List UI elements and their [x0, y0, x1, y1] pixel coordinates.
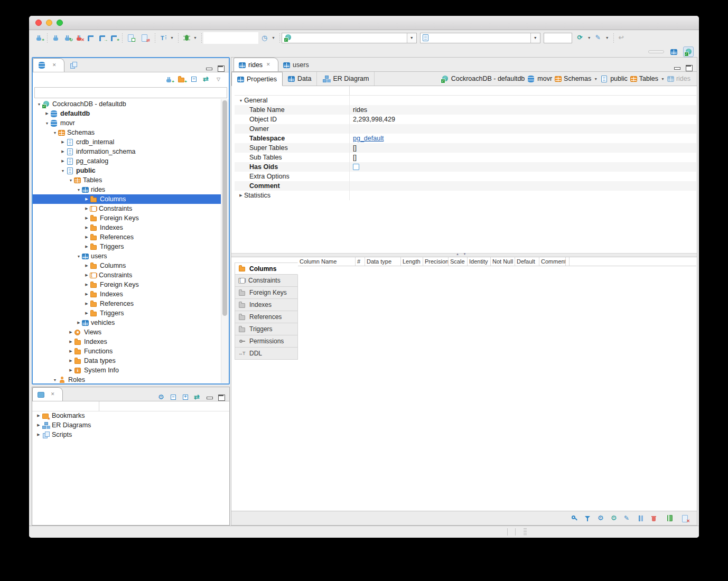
tree-expander-icon[interactable]: ▶ — [238, 193, 244, 198]
editor-tab-rides[interactable]: rides — [234, 58, 278, 71]
sql-editor-icon[interactable] — [87, 34, 95, 41]
tree-expander-icon[interactable]: ▶ — [83, 226, 90, 230]
detail-tab-triggers[interactable]: Triggers — [235, 323, 298, 335]
property-row-has-oids[interactable]: Has Oids — [235, 162, 696, 172]
save-button[interactable] — [666, 515, 676, 522]
detail-tab-permissions[interactable]: Permissions — [235, 335, 298, 348]
detail-tab-columns[interactable]: Columns — [235, 263, 298, 275]
sash-arrows-icon[interactable]: ▲ ▼ — [456, 252, 468, 256]
tree-item-indexes[interactable]: ▶Indexes — [33, 289, 221, 299]
tree-expander-icon[interactable]: ▶ — [76, 321, 82, 325]
debug-button[interactable]: ▼ — [183, 34, 197, 41]
scrollbar-thumb[interactable] — [222, 100, 227, 316]
tree-expander-icon[interactable]: ▼ — [238, 99, 244, 102]
tree-item-constraints[interactable]: ▶Constraints — [33, 270, 221, 280]
collapse-all-icon[interactable] — [170, 394, 178, 401]
tree-item-foreign-keys[interactable]: ▶Foreign Keys — [33, 213, 221, 223]
transaction-mode-button[interactable]: ▼ — [160, 34, 174, 41]
tree-expander-icon[interactable]: ▶ — [68, 330, 74, 334]
tree-expander-icon[interactable]: ▶ — [83, 311, 90, 315]
tab-database-navigator[interactable] — [33, 58, 64, 72]
tree-expander-icon[interactable]: ▶ — [83, 197, 90, 201]
close-icon[interactable] — [50, 391, 58, 398]
tree-expander-icon[interactable]: ▼ — [60, 169, 66, 173]
tree-expander-icon[interactable]: ▶ — [83, 273, 90, 277]
editor-tab-users[interactable]: users — [278, 58, 314, 71]
tree-item-schemas[interactable]: ▼Schemas — [33, 128, 221, 137]
col-header-comment[interactable]: Comment — [539, 257, 566, 266]
column-header-datasource[interactable] — [99, 401, 102, 411]
property-row-general[interactable]: ▼General — [235, 96, 696, 105]
maximize-view-icon[interactable] — [217, 65, 225, 72]
tree-item-system-info[interactable]: ▶System Info — [33, 366, 221, 375]
tree-item-triggers[interactable]: ▶Triggers — [33, 308, 221, 318]
property-row-tablespace[interactable]: Tablespacepg_default — [235, 134, 696, 143]
tree-item-public[interactable]: ▼public — [33, 166, 221, 175]
detail-tab-ddl[interactable]: DDL — [235, 348, 298, 360]
tab-data[interactable]: Data — [283, 72, 317, 86]
close-icon[interactable] — [51, 62, 59, 69]
tree-expander-icon[interactable]: ▼ — [68, 179, 74, 182]
close-window-button[interactable] — [35, 20, 42, 26]
tree-item-rides[interactable]: ▼rides — [33, 185, 221, 194]
tree-expander-icon[interactable]: ▶ — [83, 292, 90, 296]
maximize-view-icon[interactable] — [218, 395, 225, 401]
refresh-button[interactable]: ▼ — [577, 34, 591, 41]
commit-button[interactable] — [127, 34, 137, 41]
minimize-window-button[interactable] — [46, 20, 52, 26]
col-header-data-type[interactable]: Data type — [365, 257, 401, 266]
col-header-scale[interactable]: Scale — [449, 257, 468, 266]
table-filter-input[interactable] — [34, 87, 227, 98]
project-item-bookmarks[interactable]: ▶Bookmarks — [32, 411, 229, 420]
tree-expander-icon[interactable]: ▶ — [44, 111, 50, 116]
tree-expander-icon[interactable]: ▶ — [35, 414, 42, 418]
tree-expander-icon[interactable]: ▶ — [68, 340, 74, 344]
breadcrumb-item-tables[interactable]: Tables▼ — [630, 75, 665, 82]
tree-expander-icon[interactable]: ▶ — [35, 423, 42, 427]
col-header-column-name[interactable]: Column Name — [298, 257, 356, 266]
property-value-link[interactable]: pg_default — [353, 135, 384, 142]
tree-item-movr[interactable]: ▼movr — [33, 118, 221, 128]
col-header-default[interactable]: Default — [515, 257, 539, 266]
tree-item-users[interactable]: ▼users — [33, 251, 221, 261]
tree-item-tables[interactable]: ▼Tables — [33, 175, 221, 185]
schema-combo[interactable]: ▼ — [420, 33, 540, 43]
tree-item-triggers[interactable]: ▶Triggers — [33, 242, 221, 251]
property-row-sub-tables[interactable]: Sub Tables[] — [235, 153, 696, 162]
rollback-button[interactable] — [141, 34, 151, 41]
edit-row-icon[interactable] — [623, 515, 631, 522]
tab-project-general[interactable] — [32, 387, 63, 401]
property-row-statistics[interactable]: ▶Statistics — [235, 191, 696, 200]
dbeaver-perspective-button[interactable] — [683, 46, 694, 57]
tree-item-data-types[interactable]: ▶Data types — [33, 356, 221, 366]
configure-icon[interactable] — [610, 515, 618, 522]
property-row-object-id[interactable]: Object ID2,293,998,429 — [235, 115, 696, 124]
open-sql-console-icon[interactable]: → — [98, 34, 106, 41]
tree-expander-icon[interactable]: ▶ — [83, 245, 90, 249]
reconnect-icon[interactable]: ↻ — [63, 34, 71, 41]
filter-icon[interactable] — [584, 515, 592, 522]
tree-item-pg-catalog[interactable]: ▶pg_catalog — [33, 156, 221, 166]
breadcrumb-item-public[interactable]: public — [600, 75, 628, 82]
new-folder-icon[interactable]: + — [178, 76, 185, 83]
tree-expander-icon[interactable]: ▶ — [83, 302, 90, 306]
commit-mode-combo[interactable] — [203, 32, 258, 44]
expand-all-icon[interactable] — [182, 394, 190, 401]
fetch-size-input[interactable] — [544, 33, 572, 43]
properties-col-value[interactable] — [349, 86, 696, 95]
disconnect-icon[interactable]: ✕ — [75, 34, 83, 41]
tree-expander-icon[interactable]: ▶ — [68, 359, 74, 363]
link-with-editor-icon[interactable] — [203, 76, 211, 83]
detail-tab-constraints[interactable]: Constraints — [235, 275, 298, 287]
minimize-view-icon[interactable] — [674, 65, 681, 71]
tree-item-columns[interactable]: ▶Columns — [33, 194, 221, 204]
detail-tab-references[interactable]: References — [235, 311, 298, 323]
tree-item-foreign-keys[interactable]: ▶Foreign Keys — [33, 280, 221, 289]
breadcrumb-item-schemas[interactable]: Schemas▼ — [555, 75, 598, 82]
project-item-er-diagrams[interactable]: ▶ER Diagrams — [32, 420, 229, 430]
has-oids-checkbox[interactable] — [353, 164, 359, 170]
col-header-precision[interactable]: Precision — [423, 257, 449, 266]
search-icon[interactable] — [571, 515, 578, 522]
settings-icon[interactable] — [597, 515, 605, 522]
add-row-icon[interactable] — [637, 515, 645, 522]
